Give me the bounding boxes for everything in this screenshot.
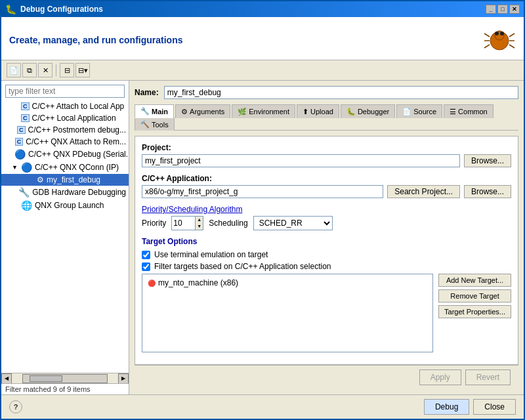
tree-item-local-app[interactable]: C C/C++ Local Application (1, 112, 129, 124)
terminal-emulation-checkbox[interactable] (142, 251, 150, 259)
environment-tab-icon: 🌿 (238, 108, 247, 116)
help-button[interactable]: ? (9, 400, 22, 413)
upload-tab-label: Upload (310, 108, 333, 116)
project-input[interactable] (142, 154, 460, 167)
target-properties-button[interactable]: Target Properties... (438, 305, 511, 318)
toolbar-separator-1 (56, 64, 56, 76)
name-input[interactable] (164, 86, 518, 99)
target-options-title: Target Options (142, 237, 511, 246)
tree-item-qnx-pdebug[interactable]: 🔵 C/C++ QNX PDebug (Serial... (1, 148, 129, 161)
header-area: Create, manage, and run configurations (1, 17, 524, 60)
new-configuration-button[interactable]: 📄 (7, 63, 21, 77)
targets-area: 🔴 my_nto_machine (x86) Add New Target...… (142, 274, 511, 352)
tree-item-label: C/C++ QNX QConn (IP) (35, 163, 119, 172)
debug-configurations-window: 🐛 Debug Configurations _ □ ✕ Create, man… (0, 0, 525, 420)
scroll-right-button[interactable]: ▶ (118, 373, 129, 384)
tree-item-qnx-attach-rem[interactable]: C C/C++ QNX Attach to Rem... (1, 136, 129, 148)
target-item[interactable]: 🔴 my_nto_machine (x86) (145, 277, 430, 289)
tree-item-label: C/C++ QNX PDebug (Serial... (28, 150, 129, 159)
revert-button[interactable]: Revert (465, 369, 511, 385)
tree-item-attach-local[interactable]: C C/C++ Attach to Local App (1, 100, 129, 112)
tree-item-label: QNX Group Launch (35, 201, 104, 210)
tree-item-label: GDB Hardware Debugging (32, 188, 126, 197)
window-controls: _ □ ✕ (486, 5, 520, 14)
window-icon: 🐛 (5, 4, 16, 14)
action-bar: ? Debug Close (1, 394, 524, 419)
delete-button[interactable]: ✕ (38, 63, 52, 77)
cpp-app-row: Search Project... Browse... (142, 185, 511, 198)
tree-item-label: my_first_debug (47, 175, 100, 184)
scrollbar-thumb[interactable] (30, 375, 62, 382)
target-options-section: Target Options Use terminal emulation on… (142, 237, 511, 352)
right-panel: Name: 🔧 Main ⚙ Arguments 🌿 Environment (129, 81, 524, 394)
filter-targets-checkbox[interactable] (142, 262, 150, 271)
priority-input[interactable] (172, 217, 195, 230)
target-item-label: my_nto_machine (x86) (158, 278, 238, 287)
add-new-target-button[interactable]: Add New Target... (438, 274, 511, 287)
tab-main[interactable]: 🔧 Main (135, 104, 174, 118)
close-button[interactable]: ✕ (509, 5, 520, 14)
search-project-button[interactable]: Search Project... (387, 185, 460, 198)
svg-line-4 (484, 33, 490, 37)
main-content: C C/C++ Attach to Local App C C/C++ Loca… (1, 81, 524, 394)
filter-input[interactable] (5, 85, 125, 98)
svg-point-2 (495, 32, 499, 35)
priority-row: Priority ▲ ▼ Scheduling SCHED_RR SCHED_F… (142, 216, 511, 230)
environment-tab-label: Environment (249, 108, 289, 116)
svg-line-7 (509, 33, 514, 37)
cpp-app-input[interactable] (142, 185, 383, 198)
title-bar: 🐛 Debug Configurations _ □ ✕ (1, 1, 524, 17)
tree-view: C C/C++ Attach to Local App C C/C++ Loca… (1, 100, 129, 373)
configurations-toolbar: 📄 ⧉ ✕ ⊟ ⊟▾ (1, 60, 524, 81)
qnx-icon: 🔵 (21, 162, 32, 173)
target-icon: 🔴 (148, 280, 156, 287)
name-label: Name: (135, 88, 159, 97)
cpp-app-browse-button[interactable]: Browse... (464, 185, 511, 198)
collapse-button[interactable]: ⊟▾ (75, 63, 90, 77)
terminal-emulation-row: Use terminal emulation on target (142, 250, 511, 259)
cpp-app-section: C/C++ Application: Search Project... Bro… (142, 174, 511, 198)
close-dialog-button[interactable]: Close (473, 399, 516, 415)
tab-source[interactable]: 📄 Source (396, 104, 442, 118)
tab-debugger[interactable]: 🐛 Debugger (341, 104, 395, 118)
tools-tab-label: Tools (152, 121, 169, 129)
tab-arguments[interactable]: ⚙ Arguments (175, 104, 230, 118)
filter-button[interactable]: ⊟ (60, 63, 74, 77)
spin-up-button[interactable]: ▲ (196, 217, 203, 223)
tree-item-postmortem[interactable]: C C/C++ Postmortem debug... (1, 124, 129, 136)
priority-scheduling-link[interactable]: Priority/Scheduling Algorithm (142, 205, 242, 214)
project-browse-button[interactable]: Browse... (464, 154, 511, 167)
scroll-left-button[interactable]: ◀ (1, 373, 12, 384)
tree-item-qnx-group[interactable]: 🌐 QNX Group Launch (1, 199, 129, 212)
tree-item-label: C/C++ Local Application (32, 114, 116, 123)
action-buttons: Debug Close (424, 399, 516, 415)
qnx-icon: 🔵 (14, 149, 26, 159)
cpp-app-label: C/C++ Application: (142, 174, 511, 183)
tab-common[interactable]: ☰ Common (444, 104, 494, 118)
remove-target-button[interactable]: Remove Target (438, 289, 511, 303)
tree-item-qnx-qconn[interactable]: ▼ 🔵 C/C++ QNX QConn (IP) (1, 161, 129, 174)
tab-upload[interactable]: ⬆ Upload (297, 104, 339, 118)
debug-button[interactable]: Debug (424, 399, 469, 415)
debugger-tab-label: Debugger (358, 108, 389, 116)
maximize-button[interactable]: □ (497, 5, 508, 14)
scheduling-select[interactable]: SCHED_RR SCHED_FIFO SCHED_OTHER (253, 216, 333, 230)
arguments-tab-icon: ⚙ (181, 108, 188, 116)
minimize-button[interactable]: _ (486, 5, 496, 14)
filter-targets-label: Filter targets based on C/C++ Applicatio… (154, 262, 331, 271)
priority-spinner[interactable]: ▲ ▼ (171, 216, 203, 230)
apply-button[interactable]: Apply (419, 369, 461, 385)
spin-down-button[interactable]: ▼ (196, 223, 203, 230)
tree-item-my-first-debug[interactable]: ⚙ my_first_debug (1, 174, 129, 186)
tools-tab-icon: 🔨 (140, 120, 150, 129)
tree-item-gdb-hardware[interactable]: 🔧 GDB Hardware Debugging (1, 186, 129, 199)
tab-tools[interactable]: 🔨 Tools (135, 117, 175, 131)
scrollbar-track[interactable] (22, 374, 108, 383)
horizontal-scrollbar: ◀ ▶ (1, 373, 129, 383)
duplicate-button[interactable]: ⧉ (22, 63, 37, 77)
tab-environment[interactable]: 🌿 Environment (232, 104, 295, 118)
c-badge: C (21, 102, 30, 110)
targets-list[interactable]: 🔴 my_nto_machine (x86) (142, 274, 433, 352)
svg-line-6 (484, 45, 490, 48)
tree-item-label: C/C++ Attach to Local App (32, 102, 125, 111)
